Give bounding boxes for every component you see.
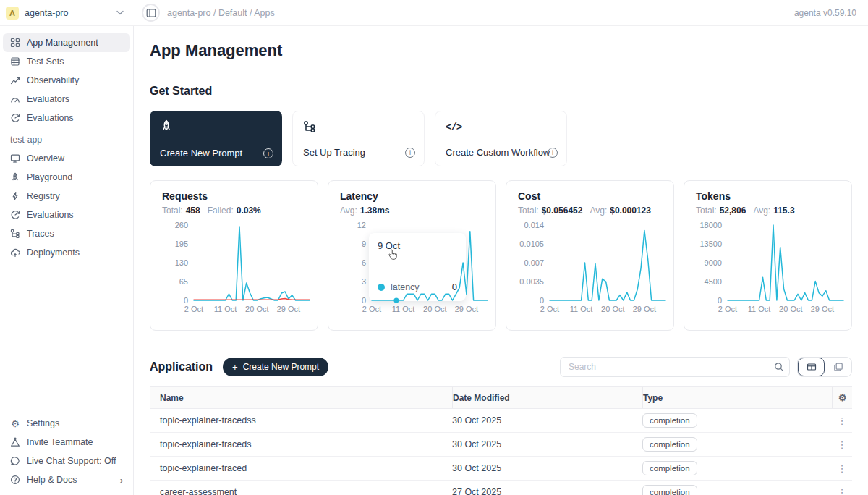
y-axis: 129630 <box>340 225 366 300</box>
row-date: 30 Oct 2025 <box>452 463 642 473</box>
tokens-chart[interactable] <box>728 225 843 300</box>
main-content: App Management Get Started Create New Pr… <box>135 26 868 495</box>
table-row[interactable]: topic-explainer-traceds 30 Oct 2025 comp… <box>150 433 852 457</box>
y-tick: 9000 <box>705 258 722 267</box>
column-header-date-modified: Date Modified <box>452 387 642 408</box>
y-tick: 0 <box>718 296 722 305</box>
chevron-down-icon <box>116 10 124 15</box>
y-tick: 9 <box>362 240 366 248</box>
sidebar-item-evaluators[interactable]: Evaluators <box>3 90 130 109</box>
set-up-tracing-card[interactable]: Set Up Tracing i <box>292 111 425 166</box>
y-tick: 3 <box>362 277 366 286</box>
x-axis: 2 Oct11 Oct20 Oct29 Oct <box>728 305 843 315</box>
line-requests <box>194 227 310 300</box>
view-toggle <box>797 357 852 377</box>
create-new-prompt-card[interactable]: Create New Prompt i <box>150 111 282 166</box>
tokens-chart-svg <box>728 225 843 300</box>
table-row[interactable]: topic-explainer-traced 30 Oct 2025 compl… <box>150 457 852 481</box>
x-tick: 29 Oct <box>277 305 300 313</box>
table-row[interactable]: topic-explainer-tracedss 30 Oct 2025 com… <box>150 409 852 433</box>
sidebar-item-app-management[interactable]: App Management <box>3 33 130 52</box>
sidebar-section-label: test-app <box>3 127 130 149</box>
hover-marker <box>393 298 399 303</box>
row-menu-button[interactable]: ⋮ <box>835 463 850 474</box>
collapse-sidebar-button[interactable] <box>142 4 160 22</box>
y-tick: 13500 <box>699 240 722 248</box>
sidebar-item-help-docs[interactable]: Help & Docs › <box>3 470 130 489</box>
x-tick: 20 Oct <box>423 305 446 313</box>
table-row[interactable]: career-assessment 27 Oct 2025 completion… <box>150 481 852 495</box>
sidebar-item-live-chat-support[interactable]: Live Chat Support: Off <box>3 452 130 470</box>
card-view-button[interactable] <box>825 358 851 376</box>
top-bar: A agenta-pro agenta-pro / Default / Apps… <box>0 0 868 26</box>
sidebar-item-evaluations-app[interactable]: Evaluations <box>3 206 130 224</box>
sidebar-item-label: Test Sets <box>27 56 64 67</box>
y-axis: 0.0140.01050.0070.00350 <box>518 225 544 300</box>
sidebar-item-evaluations[interactable]: Evaluations <box>3 109 130 127</box>
column-settings-gear-icon[interactable]: ⚙ <box>838 392 847 403</box>
y-tick: 4500 <box>705 277 722 286</box>
gear-icon: ⚙ <box>10 418 20 428</box>
cost-chart[interactable] <box>550 225 665 300</box>
x-axis: 2 Oct11 Oct20 Oct29 Oct <box>194 305 310 315</box>
sidebar-item-label: Playground <box>27 172 72 182</box>
requests-chart[interactable] <box>194 225 310 300</box>
sidebar-item-traces[interactable]: Traces <box>3 224 130 243</box>
sidebar-item-playground[interactable]: Playground <box>3 168 130 187</box>
create-custom-workflow-card[interactable]: </> Create Custom Workflow i <box>435 111 567 166</box>
mouse-cursor <box>388 249 399 264</box>
requests-card: Requests Total:458 Failed:0.03% 26019513… <box>150 180 318 331</box>
row-menu-button[interactable]: ⋮ <box>835 439 850 450</box>
grid-icon <box>10 38 20 48</box>
chart-stats: Avg:1.38ms <box>340 206 484 216</box>
sidebar-item-registry[interactable]: Registry <box>3 187 130 206</box>
cost-card: Cost Total:$0.056452 Avg:$0.000123 0.014… <box>506 180 674 331</box>
table-view-button[interactable] <box>798 358 825 376</box>
apps-table: Name Date Modified Type ⚙ topic-explaine… <box>150 386 852 495</box>
breadcrumb[interactable]: agenta-pro / Default / Apps <box>167 8 275 18</box>
sidebar-item-observability[interactable]: Observability <box>3 71 130 90</box>
code-icon: </> <box>446 122 461 133</box>
invite-teammate-icon <box>10 437 20 447</box>
row-date: 30 Oct 2025 <box>452 439 642 449</box>
info-icon[interactable]: i <box>263 148 273 158</box>
workspace-name: agenta-pro <box>25 8 68 18</box>
monitor-icon <box>10 153 20 164</box>
info-icon[interactable]: i <box>548 148 558 158</box>
search-input[interactable] <box>560 357 790 377</box>
row-menu-button[interactable]: ⋮ <box>835 415 850 426</box>
y-tick: 130 <box>175 258 188 267</box>
sidebar-item-invite-teammate[interactable]: Invite Teammate <box>3 433 130 452</box>
sidebar-item-settings[interactable]: ⚙ Settings <box>3 414 130 433</box>
y-tick: 65 <box>179 277 188 286</box>
rocket-icon <box>160 122 173 135</box>
lightning-icon <box>10 191 20 201</box>
create-new-prompt-button[interactable]: + Create New Prompt <box>223 358 328 376</box>
x-tick: 11 Oct <box>214 305 237 313</box>
gauge-icon <box>10 94 20 104</box>
type-badge: completion <box>642 461 697 475</box>
row-date: 27 Oct 2025 <box>452 487 642 495</box>
sidebar-item-overview[interactable]: Overview <box>3 149 130 168</box>
sidebar-item-test-sets[interactable]: Test Sets <box>3 52 130 71</box>
x-tick: 2 Oct <box>362 305 381 313</box>
chart-stats: Total:52,806 Avg:115.3 <box>696 206 840 216</box>
sidebar-item-label: Evaluations <box>27 113 74 123</box>
sidebar-item-deployments[interactable]: Deployments <box>3 243 130 262</box>
row-name: topic-explainer-tracedss <box>150 415 452 426</box>
sidebar-footer: ⚙ Settings Invite Teammate Live Chat Sup… <box>3 414 130 489</box>
sidebar-item-label: Traces <box>27 229 54 239</box>
y-tick: 0.007 <box>524 258 544 267</box>
card-label: Set Up Tracing <box>303 147 365 158</box>
page-title: App Management <box>150 41 852 61</box>
search-icon[interactable] <box>774 362 784 372</box>
cost-chart-svg <box>550 225 665 300</box>
row-menu-button[interactable]: ⋮ <box>835 487 850 495</box>
workspace-selector[interactable]: A agenta-pro <box>0 7 134 20</box>
card-label: Create Custom Workflow <box>446 147 550 158</box>
y-tick: 0.014 <box>524 221 544 229</box>
card-view-icon <box>833 362 843 372</box>
info-icon[interactable]: i <box>405 148 415 158</box>
y-tick: 0 <box>184 296 188 305</box>
column-header-name: Name <box>150 393 452 403</box>
